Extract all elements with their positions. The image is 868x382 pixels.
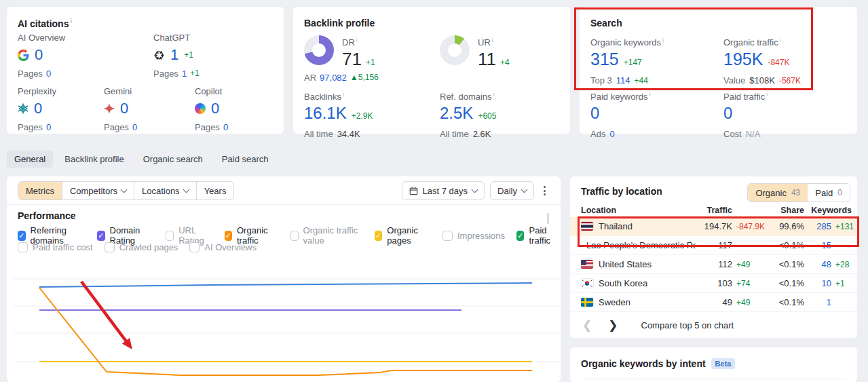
- metric-value[interactable]: 0: [211, 100, 219, 117]
- keywords-link[interactable]: 1: [827, 297, 831, 307]
- table-row-thailand[interactable]: Thailand 194.7K -847.9K 99.6% 285 +131: [570, 217, 857, 236]
- pages-count[interactable]: 0: [132, 122, 137, 132]
- divider: [7, 204, 561, 205]
- info-icon[interactable]: i: [70, 18, 72, 24]
- paid-traffic-block: Paid traffici 0 CostN/A: [723, 91, 852, 139]
- dr-value: 71: [342, 49, 362, 70]
- ur-label: URi: [478, 37, 510, 47]
- pages-count[interactable]: 0: [223, 122, 228, 132]
- organic-traffic-value[interactable]: 195K: [723, 50, 763, 69]
- ads-count[interactable]: 0: [609, 129, 614, 139]
- tab-organic-search[interactable]: Organic search: [136, 151, 210, 168]
- panel-title: Traffic by location: [581, 186, 662, 197]
- info-icon[interactable]: i: [649, 91, 651, 98]
- tab-paid-search[interactable]: Paid search: [214, 151, 276, 168]
- granularity-button[interactable]: Daily: [490, 181, 534, 200]
- tab-backlink-profile[interactable]: Backlink profile: [57, 151, 131, 168]
- google-icon: [18, 50, 29, 61]
- organic-toggle-button[interactable]: Organic43: [748, 184, 808, 202]
- chevron-down-icon: [472, 187, 478, 193]
- info-icon[interactable]: i: [662, 37, 664, 43]
- more-options-button[interactable]: [540, 183, 550, 198]
- checkbox-box: ✓: [18, 231, 26, 241]
- series-referring-domains: [39, 283, 532, 287]
- keywords-link[interactable]: 48: [822, 259, 831, 269]
- prev-page-button[interactable]: ❮: [582, 320, 592, 331]
- calendar-icon: [409, 187, 418, 195]
- ur-donut-chart: [440, 35, 470, 65]
- flag-south-korea: [581, 279, 593, 288]
- organic-paid-toggle: Organic43 Paid0: [747, 183, 850, 202]
- column-location[interactable]: Location: [581, 206, 696, 215]
- years-button[interactable]: Years: [196, 182, 234, 199]
- dr-donut-chart: [304, 35, 334, 65]
- flag-sweden: [581, 298, 593, 307]
- checkbox-box: ✓: [166, 231, 174, 241]
- collapse-section-button[interactable]: [548, 213, 548, 223]
- info-icon[interactable]: i: [356, 37, 358, 43]
- panel-title: Search: [590, 18, 622, 28]
- table-row-united-states[interactable]: United States 112 +49 <0.1% 48 +28: [570, 255, 857, 274]
- competitors-button[interactable]: Competitors: [62, 182, 134, 199]
- ai-citations-title: AI citations: [18, 18, 69, 29]
- info-icon[interactable]: i: [780, 37, 781, 43]
- pages-count[interactable]: 0: [46, 122, 51, 132]
- compare-top5-link[interactable]: Compare top 5 on chart: [641, 320, 734, 330]
- keywords-link[interactable]: 15: [822, 240, 831, 250]
- tab-general[interactable]: General: [7, 151, 53, 168]
- traffic-value: $108K: [749, 75, 775, 85]
- ai-citation-ai-overview: AI Overview 0 Pages0: [18, 33, 65, 79]
- checkbox-paid-traffic-cost[interactable]: ✓Paid traffic cost: [18, 242, 93, 252]
- checkbox-organic-traffic-value[interactable]: ✓Organic traffic value: [290, 225, 363, 246]
- location-table-header: Location Traffic Share Keywords: [570, 204, 857, 217]
- panel-title: Backlink profile: [304, 18, 375, 28]
- paid-traffic-value[interactable]: 0: [723, 104, 732, 123]
- info-icon[interactable]: i: [766, 91, 768, 98]
- performance-chart[interactable]: [7, 260, 561, 382]
- checkbox-crawled-pages[interactable]: ✓Crawled pages: [105, 242, 178, 252]
- metric-value[interactable]: 1: [170, 46, 178, 64]
- table-row-south-korea[interactable]: South Korea 103 +74 <0.1% 10 +1: [570, 274, 857, 293]
- metrics-button[interactable]: Metrics: [18, 182, 62, 199]
- paid-keywords-value[interactable]: 0: [590, 104, 599, 123]
- chevron-down-icon: [183, 187, 189, 193]
- locations-button[interactable]: Locations: [134, 182, 196, 199]
- top3-value[interactable]: 114: [616, 75, 630, 85]
- paid-toggle-button[interactable]: Paid0: [808, 184, 850, 202]
- checkbox-box: ✓: [105, 242, 115, 252]
- checkbox-organic-pages[interactable]: ✓Organic pages: [375, 225, 431, 246]
- metric-value[interactable]: 0: [120, 100, 128, 117]
- checkbox-ai-overviews[interactable]: ✓AI Overviews: [189, 242, 257, 252]
- ref-domains-value[interactable]: 2.5K: [440, 104, 473, 123]
- organic-traffic-block: Organic traffici 195K-847K Value$108K-56…: [723, 37, 852, 85]
- beta-badge: Beta: [711, 358, 736, 369]
- column-share[interactable]: Share: [769, 206, 804, 215]
- info-icon[interactable]: i: [343, 91, 344, 98]
- table-row-sweden[interactable]: Sweden 49 +49 <0.1% 1: [570, 293, 857, 312]
- pages-count[interactable]: 0: [46, 69, 51, 79]
- pages-count[interactable]: 1: [182, 69, 187, 79]
- organic-keywords-block: Organic keywordsi 315+147 Top 3114+44: [590, 37, 719, 85]
- next-page-button[interactable]: ❯: [608, 320, 618, 331]
- chevron-down-icon: [521, 187, 528, 193]
- checkbox-impressions[interactable]: ✓Impressions: [442, 231, 505, 241]
- table-row-laos[interactable]: Lao People's Democratic Rep 117 <0.1% 15: [570, 236, 857, 255]
- keywords-link[interactable]: 285: [816, 221, 831, 231]
- view-switcher: Metrics Competitors Locations Years: [18, 181, 234, 200]
- column-keywords[interactable]: Keywords: [804, 206, 852, 215]
- metric-value[interactable]: 0: [34, 100, 42, 117]
- ai-citation-copilot: Copilot 0 Pages0: [195, 86, 231, 132]
- date-range-button[interactable]: Last 7 days: [402, 181, 485, 200]
- organic-keywords-value[interactable]: 315: [590, 50, 619, 69]
- ahrefs-rank-value[interactable]: 97,082: [320, 73, 347, 83]
- checkbox-box: ✓: [290, 231, 299, 241]
- ai-citation-gemini: Gemini 0 Pages0: [104, 86, 140, 132]
- keywords-link[interactable]: 10: [822, 278, 831, 288]
- checkbox-paid-traffic[interactable]: ✓Paid traffic: [516, 225, 561, 246]
- info-icon[interactable]: i: [492, 37, 493, 43]
- column-traffic[interactable]: Traffic: [696, 206, 732, 215]
- metric-value[interactable]: 0: [35, 46, 43, 64]
- info-icon[interactable]: i: [493, 91, 495, 98]
- ai-citations-panel: AI citationsi AI Overview 0 Pages0 ChatG…: [7, 7, 284, 134]
- backlinks-value[interactable]: 16.1K: [304, 104, 347, 123]
